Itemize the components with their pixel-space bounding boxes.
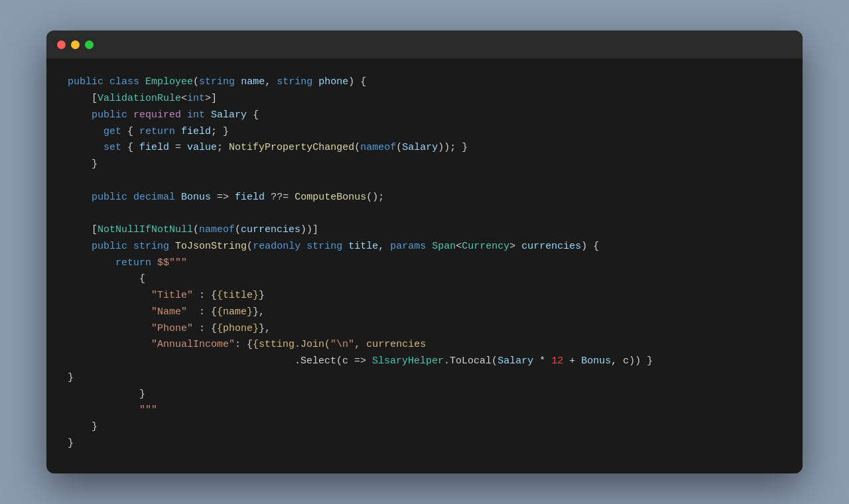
code-content: public class Employee(string name, strin… [46,58,803,473]
code-line-8: public decimal Bonus => field ??= Comput… [68,190,781,206]
minimize-button[interactable] [71,40,80,49]
code-editor-window: public class Employee(string name, strin… [46,31,803,473]
code-line-22: } [68,436,781,452]
code-line-12: return $$""" [68,255,781,272]
code-line-1: public class Employee(string name, strin… [68,74,781,91]
code-line-3: public required int Salary { [68,107,781,124]
code-line-9 [68,206,781,222]
code-line-7 [68,173,781,190]
code-line-20: """ [68,403,781,419]
code-line-18: .Select(c => SlsaryHelper.ToLocal(Salary… [68,353,781,370]
code-line-2: [ValidationRule<int>] [68,91,781,107]
maximize-button[interactable] [85,40,94,49]
code-line-11: public string ToJsonString(readonly stri… [68,239,781,255]
code-line-15: "Name" : {{name}}, [68,304,781,321]
code-line-4: get { return field; } [68,124,781,141]
code-line-6: } [68,157,781,173]
code-line-14: "Title" : {{title}} [68,288,781,304]
titlebar [46,31,803,58]
code-line-21: } [68,419,781,436]
close-button[interactable] [57,40,66,49]
code-line-13: { [68,271,781,288]
code-line-17: "AnnualIncome": {{stting.Join("\n", curr… [68,337,781,353]
code-line-19: } [68,387,781,403]
code-line-16: "Phone" : {{phone}}, [68,321,781,338]
code-line-5: set { field = value; NotifyPropertyChang… [68,140,781,157]
code-line-10: [NotNullIfNotNull(nameof(currencies))] [68,222,781,239]
